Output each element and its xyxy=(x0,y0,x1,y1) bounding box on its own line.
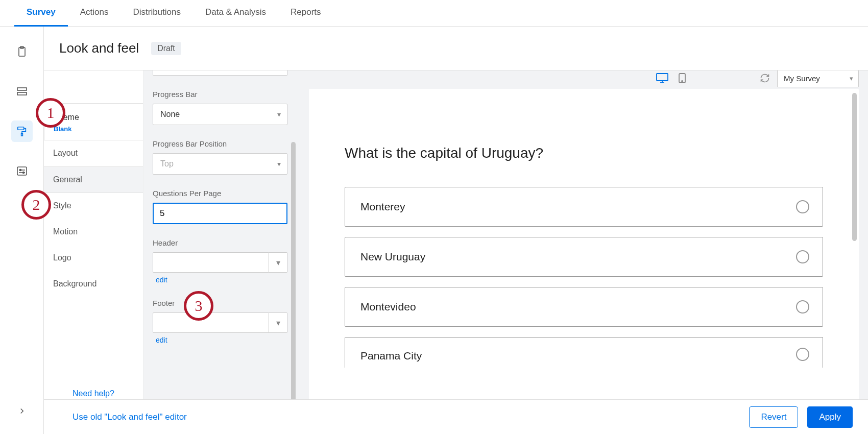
sidebar-item-style[interactable]: Style xyxy=(44,193,143,219)
sidebar-item-layout[interactable]: Layout xyxy=(44,140,143,166)
chevron-down-icon: ▾ xyxy=(276,318,280,328)
refresh-icon[interactable] xyxy=(760,73,770,83)
survey-select-value: My Survey xyxy=(784,74,820,83)
footer-dropdown-button[interactable]: ▾ xyxy=(269,312,287,333)
questions-per-page-label: Questions Per Page xyxy=(153,189,287,198)
icon-rail xyxy=(0,27,44,434)
option-row[interactable]: Panama City xyxy=(345,337,823,368)
svg-rect-6 xyxy=(17,167,27,175)
top-tabs: Survey Actions Distributions Data & Anal… xyxy=(0,0,868,27)
questions-per-page-input[interactable] xyxy=(153,203,287,224)
tab-actions[interactable]: Actions xyxy=(68,0,121,27)
svg-rect-4 xyxy=(17,127,23,130)
settings-pane: Back ▾ Progress Bar None ▾ Progress Bar … xyxy=(143,70,297,434)
tab-data-analysis[interactable]: Data & Analysis xyxy=(193,0,278,27)
sidebar-item-background[interactable]: Background xyxy=(44,271,143,297)
svg-point-15 xyxy=(682,81,683,82)
chevron-down-icon: ▾ xyxy=(277,160,281,168)
survey-select[interactable]: My Survey ▾ xyxy=(777,70,859,87)
page-title: Look and feel xyxy=(59,40,139,56)
radio-icon xyxy=(796,300,809,314)
progress-bar-pos-select[interactable]: Top ▾ xyxy=(153,153,287,175)
footer-edit-link[interactable]: edit xyxy=(153,336,167,344)
chevron-down-icon: ▾ xyxy=(850,75,853,82)
svg-rect-11 xyxy=(657,74,668,81)
progress-bar-pos-label: Progress Bar Position xyxy=(153,139,287,148)
footer-field[interactable] xyxy=(153,312,269,333)
sidebar-item-general[interactable]: General xyxy=(44,166,143,193)
radio-icon xyxy=(796,200,809,213)
mobile-icon[interactable] xyxy=(678,73,686,84)
sidebar-item-logo[interactable]: Logo xyxy=(44,245,143,271)
settings-scrollbar[interactable] xyxy=(291,142,296,434)
preview-surface: What is the capital of Uruguay? Monterey… xyxy=(309,89,859,434)
callout-1: 1 xyxy=(36,98,65,128)
theme-value: Blank xyxy=(54,125,134,133)
clipboard-icon[interactable] xyxy=(11,41,33,62)
callout-3: 3 xyxy=(184,291,213,321)
svg-point-8 xyxy=(19,170,21,171)
header-edit-link[interactable]: edit xyxy=(153,276,167,284)
callout-2: 2 xyxy=(21,190,51,220)
header-field[interactable] xyxy=(153,252,269,273)
preview-scrollbar[interactable] xyxy=(852,93,857,241)
tab-reports[interactable]: Reports xyxy=(278,0,333,27)
option-label: Panama City xyxy=(360,350,422,362)
blocks-icon[interactable] xyxy=(11,81,33,102)
paint-icon[interactable] xyxy=(11,120,33,142)
progress-bar-pos-value: Top xyxy=(160,159,174,168)
status-badge: Draft xyxy=(151,42,181,55)
old-editor-link[interactable]: Use old "Look and feel" editor xyxy=(73,412,187,422)
apply-button[interactable]: Apply xyxy=(807,406,853,428)
svg-rect-5 xyxy=(21,134,22,136)
progress-bar-select[interactable]: None ▾ xyxy=(153,104,287,125)
option-label: Monterey xyxy=(360,201,405,213)
chevron-down-icon: ▾ xyxy=(276,258,280,268)
footer-bar: Use old "Look and feel" editor Revert Ap… xyxy=(44,399,868,434)
tab-survey[interactable]: Survey xyxy=(14,0,68,27)
question-text: What is the capital of Uruguay? xyxy=(345,145,823,161)
preview-pane: My Survey ▾ What is the capital of Urugu… xyxy=(297,70,868,434)
option-row[interactable]: Montevideo xyxy=(345,287,823,327)
expand-rail-icon[interactable] xyxy=(11,400,33,422)
preview-toolbar: My Survey ▾ xyxy=(309,70,859,86)
svg-rect-2 xyxy=(17,88,27,90)
radio-icon xyxy=(796,348,809,361)
header-dropdown-button[interactable]: ▾ xyxy=(269,252,287,273)
chevron-down-icon: ▾ xyxy=(277,110,281,118)
sidebar-item-motion[interactable]: Motion xyxy=(44,219,143,245)
desktop-icon[interactable] xyxy=(656,73,669,84)
option-row[interactable]: New Uruguay xyxy=(345,237,823,277)
svg-rect-3 xyxy=(17,92,27,95)
page-header: Look and feel Draft xyxy=(44,27,868,70)
sliders-icon[interactable] xyxy=(11,160,33,182)
footer-label: Footer xyxy=(153,299,287,307)
need-help-link[interactable]: Need help? xyxy=(73,389,114,398)
option-label: New Uruguay xyxy=(360,251,425,263)
tab-distributions[interactable]: Distributions xyxy=(120,0,193,27)
svg-point-10 xyxy=(22,172,24,174)
revert-button[interactable]: Revert xyxy=(749,406,798,428)
header-label: Header xyxy=(153,238,287,247)
back-button-select[interactable]: Back ▾ xyxy=(153,70,287,76)
option-row[interactable]: Monterey xyxy=(345,187,823,227)
option-label: Montevideo xyxy=(360,301,416,313)
theme-heading: Theme xyxy=(54,113,134,122)
progress-bar-label: Progress Bar xyxy=(153,90,287,99)
radio-icon xyxy=(796,250,809,263)
progress-bar-value: None xyxy=(160,110,180,119)
